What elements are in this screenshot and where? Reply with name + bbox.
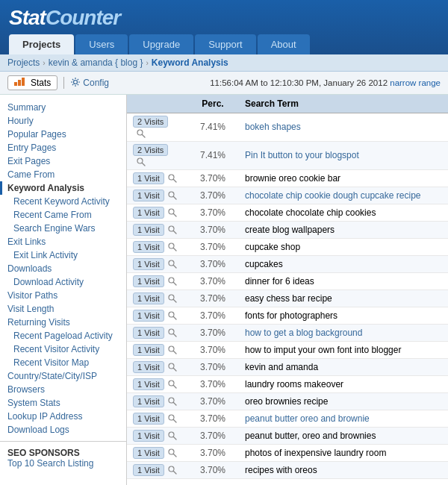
term-cell: kevin and amanda: [239, 358, 448, 375]
sidebar-item-download-logs[interactable]: Download Logs: [0, 423, 126, 436]
svg-point-0: [74, 80, 78, 84]
search-icon[interactable]: [167, 310, 178, 321]
sidebar-item-exit-links[interactable]: Exit Links: [0, 235, 126, 248]
sidebar-item-visit-length[interactable]: Visit Length: [0, 302, 126, 316]
svg-line-10: [173, 214, 176, 217]
visits-cell: 1 Visit: [127, 187, 187, 204]
search-icon[interactable]: [167, 242, 178, 252]
search-icon[interactable]: [167, 396, 178, 407]
sidebar-item-browsers[interactable]: Browsers: [0, 383, 126, 396]
narrow-range-link[interactable]: narrow range: [390, 78, 441, 87]
sidebar-item-hourly[interactable]: Hourly: [0, 114, 126, 128]
search-icon[interactable]: [167, 465, 178, 475]
term-link[interactable]: how to get a blog background: [245, 328, 362, 338]
visits-badge: 1 Visit: [133, 275, 164, 287]
visits-cell: 1 Visit: [127, 290, 187, 307]
table-row: 1 Visit3.70%peanut butter oreo and brown…: [127, 410, 448, 427]
table-row: 1 Visit3.70%chocolate chip cookie dough …: [127, 187, 448, 204]
sidebar-item-search-engine-wars[interactable]: Search Engine Wars: [0, 222, 126, 235]
term-link[interactable]: chocolate chip cookie dough cupcake reci…: [245, 190, 421, 201]
visits-cell: 1 Visit: [127, 392, 187, 410]
search-icon[interactable]: [167, 345, 178, 355]
sidebar-item-recent-visitor-activity[interactable]: Recent Visitor Activity: [0, 342, 126, 356]
term-link[interactable]: bokeh shapes: [245, 122, 301, 132]
term-link[interactable]: Pin It button to your blogspot: [245, 150, 359, 160]
visits-badge: 1 Visit: [133, 464, 164, 476]
visits-badge: 1 Visit: [133, 378, 164, 390]
term-cell: bokeh shapes: [239, 113, 448, 142]
visits-badge: 1 Visit: [133, 430, 164, 442]
perc-cell: 3.70%: [187, 238, 239, 255]
sidebar-item-country[interactable]: Country/State/City/ISP: [0, 369, 126, 383]
svg-line-6: [173, 180, 176, 183]
visits-cell: 1 Visit: [127, 341, 187, 358]
sidebar-item-popular-pages[interactable]: Popular Pages: [0, 128, 126, 141]
table-row: 1 Visit3.70%photos of inexpensive laundr…: [127, 444, 448, 461]
tab-about[interactable]: About: [258, 34, 310, 54]
sidebar-item-system-stats[interactable]: System Stats: [0, 396, 126, 410]
svg-line-4: [142, 163, 145, 166]
table-row: 1 Visit3.70%chocolate chocolate chip coo…: [127, 204, 448, 221]
tab-support[interactable]: Support: [195, 34, 256, 54]
search-icon[interactable]: [167, 190, 178, 201]
search-icon[interactable]: [167, 207, 178, 218]
search-icon[interactable]: [167, 328, 178, 338]
config-button[interactable]: Config: [70, 77, 109, 90]
svg-line-36: [173, 437, 176, 440]
search-icon[interactable]: [167, 259, 178, 269]
visits-badge: 1 Visit: [133, 292, 164, 304]
sidebar-item-recent-pageload[interactable]: Recent Pageload Activity: [0, 329, 126, 342]
search-icon[interactable]: [167, 413, 178, 424]
sidebar-item-returning-visits[interactable]: Returning Visits: [0, 316, 126, 329]
svg-line-18: [173, 283, 176, 286]
sidebar-item-recent-came-from[interactable]: Recent Came From: [0, 208, 126, 222]
table-row: 1 Visit3.70%cupcake shop: [127, 238, 448, 255]
search-icon[interactable]: [167, 431, 178, 441]
table-row: 1 Visit3.70%how to imput your own font i…: [127, 341, 448, 358]
search-icon[interactable]: [136, 157, 146, 167]
search-icon[interactable]: [167, 448, 178, 458]
svg-line-34: [173, 420, 176, 423]
sidebar-item-recent-keyword[interactable]: Recent Keyword Activity: [0, 195, 126, 208]
visits-badge: 2 Visits: [133, 116, 168, 128]
stats-button[interactable]: Stats: [7, 75, 57, 90]
search-icon[interactable]: [136, 128, 146, 139]
toolbar-left: Stats Config: [7, 75, 109, 90]
tab-upgrade[interactable]: Upgrade: [129, 34, 193, 54]
sidebar-item-exit-pages[interactable]: Exit Pages: [0, 154, 126, 168]
visits-cell: 1 Visit: [127, 410, 187, 427]
search-icon[interactable]: [167, 276, 178, 287]
search-icon[interactable]: [167, 362, 178, 372]
breadcrumb: Projects › kevin & amanda { blog } › Key…: [0, 54, 448, 72]
sidebar-item-recent-visitor-map[interactable]: Recent Visitor Map: [0, 356, 126, 369]
sidebar-item-came-from[interactable]: Came From: [0, 168, 126, 181]
svg-line-32: [173, 403, 176, 406]
svg-line-8: [173, 197, 176, 200]
sidebar-item-keyword-analysis[interactable]: Keyword Analysis: [0, 181, 126, 195]
breadcrumb-projects[interactable]: Projects: [7, 57, 40, 68]
search-icon[interactable]: [167, 379, 178, 389]
sidebar-item-exit-link-activity[interactable]: Exit Link Activity: [0, 248, 126, 262]
sidebar-item-download-activity[interactable]: Download Activity: [0, 275, 126, 289]
sidebar-item-downloads[interactable]: Downloads: [0, 262, 126, 275]
perc-cell: 3.70%: [187, 324, 239, 341]
visits-cell: 1 Visit: [127, 272, 187, 290]
seo-top10-link[interactable]: Top 10 Search Listing: [7, 458, 93, 469]
header: StatCounter Projects Users Upgrade Suppo…: [0, 0, 448, 54]
sidebar-item-visitor-paths[interactable]: Visitor Paths: [0, 289, 126, 302]
sidebar-item-lookup-ip[interactable]: Lookup IP Address: [0, 410, 126, 423]
visits-cell: 1 Visit: [127, 255, 187, 272]
breadcrumb-blog[interactable]: kevin & amanda { blog }: [49, 57, 143, 68]
sidebar-item-summary[interactable]: Summary: [0, 101, 126, 114]
breadcrumb-current: Keyword Analysis: [152, 57, 228, 68]
search-icon[interactable]: [167, 173, 178, 184]
term-cell: oreo brownies recipe: [239, 392, 448, 410]
search-icon[interactable]: [167, 293, 178, 304]
tab-users[interactable]: Users: [75, 34, 128, 54]
term-cell: cupcake shop: [239, 238, 448, 255]
search-icon[interactable]: [167, 225, 178, 235]
col-perc: Perc.: [187, 95, 239, 113]
sidebar-item-entry-pages[interactable]: Entry Pages: [0, 141, 126, 154]
tab-projects[interactable]: Projects: [9, 34, 74, 54]
term-link[interactable]: peanut butter oreo and brownie: [245, 413, 370, 424]
